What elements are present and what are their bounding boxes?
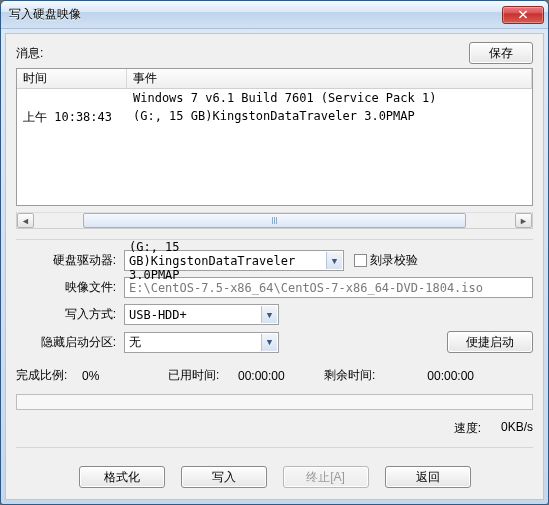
- remain-value: 00:00:00: [394, 369, 474, 383]
- verify-checkbox[interactable]: [354, 254, 367, 267]
- col-event-header[interactable]: 事件: [127, 69, 532, 88]
- image-path-value: E:\CentOS-7.5-x86_64\CentOS-7-x86_64-DVD…: [129, 281, 483, 295]
- hidden-boot-label: 隐藏启动分区:: [41, 334, 116, 351]
- speed-label: 速度:: [454, 420, 481, 437]
- table-row[interactable]: 上午 10:38:43 (G:, 15 GB)KingstonDataTrave…: [17, 107, 532, 128]
- elapsed-label: 已用时间:: [168, 367, 232, 384]
- speed-value: 0KB/s: [501, 420, 533, 437]
- image-label: 映像文件:: [65, 279, 116, 296]
- quick-boot-button[interactable]: 便捷启动: [447, 331, 533, 353]
- separator: [16, 447, 533, 448]
- scroll-thumb[interactable]: [83, 213, 466, 228]
- hidden-boot-select[interactable]: 无 ▼: [124, 332, 279, 353]
- speed-row: 速度: 0KB/s: [16, 420, 533, 437]
- drive-select-value: (G:, 15 GB)KingstonDataTraveler 3.0PMAP: [129, 240, 325, 282]
- log-list[interactable]: 时间 事件 Windows 7 v6.1 Build 7601 (Service…: [16, 68, 533, 206]
- save-button[interactable]: 保存: [469, 42, 533, 64]
- remain-label: 剩余时间:: [324, 367, 388, 384]
- hidden-boot-value: 无: [129, 334, 141, 351]
- cell-event: (G:, 15 GB)KingstonDataTraveler 3.0PMAP: [127, 108, 532, 127]
- bottom-button-bar: 格式化 写入 终止[A] 返回: [16, 466, 533, 488]
- progress-row: 完成比例: 0% 已用时间: 00:00:00 剩余时间: 00:00:00: [16, 367, 533, 384]
- scroll-track[interactable]: [35, 213, 514, 228]
- message-row: 消息: 保存: [16, 42, 533, 64]
- log-body: Windows 7 v6.1 Build 7601 (Service Pack …: [17, 89, 532, 205]
- scroll-grip-icon: [272, 217, 277, 224]
- chevron-down-icon: ▼: [326, 252, 342, 269]
- write-method-select[interactable]: USB-HDD+ ▼: [124, 304, 279, 325]
- message-label: 消息:: [16, 45, 43, 62]
- pct-value: 0%: [82, 369, 162, 383]
- drive-select[interactable]: (G:, 15 GB)KingstonDataTraveler 3.0PMAP …: [124, 250, 344, 271]
- close-icon: [518, 10, 528, 19]
- window-title: 写入硬盘映像: [9, 6, 502, 23]
- abort-button: 终止[A]: [283, 466, 369, 488]
- dialog-window: 写入硬盘映像 消息: 保存 时间 事件 Windows 7 v6.1 Build…: [0, 0, 549, 505]
- elapsed-value: 00:00:00: [238, 369, 318, 383]
- write-button[interactable]: 写入: [181, 466, 267, 488]
- scroll-right-button[interactable]: ►: [515, 213, 532, 228]
- form-grid: 硬盘驱动器: (G:, 15 GB)KingstonDataTraveler 3…: [16, 250, 533, 353]
- verify-checkbox-label[interactable]: 刻录校验: [354, 252, 418, 269]
- cell-time: [17, 90, 127, 106]
- pct-label: 完成比例:: [16, 367, 76, 384]
- progress-bar: [16, 394, 533, 410]
- client-area: 消息: 保存 时间 事件 Windows 7 v6.1 Build 7601 (…: [5, 33, 544, 500]
- write-method-value: USB-HDD+: [129, 308, 187, 322]
- col-time-header[interactable]: 时间: [17, 69, 127, 88]
- back-button[interactable]: 返回: [385, 466, 471, 488]
- log-header: 时间 事件: [17, 69, 532, 89]
- format-button[interactable]: 格式化: [79, 466, 165, 488]
- horizontal-scrollbar[interactable]: ◄ ►: [16, 212, 533, 229]
- method-label: 写入方式:: [65, 306, 116, 323]
- chevron-down-icon: ▼: [261, 306, 277, 323]
- close-button[interactable]: [502, 6, 544, 24]
- cell-time: 上午 10:38:43: [17, 108, 127, 127]
- titlebar[interactable]: 写入硬盘映像: [1, 1, 548, 29]
- drive-label: 硬盘驱动器:: [53, 252, 116, 269]
- table-row[interactable]: Windows 7 v6.1 Build 7601 (Service Pack …: [17, 89, 532, 107]
- cell-event: Windows 7 v6.1 Build 7601 (Service Pack …: [127, 90, 532, 106]
- scroll-left-button[interactable]: ◄: [17, 213, 34, 228]
- chevron-down-icon: ▼: [261, 334, 277, 351]
